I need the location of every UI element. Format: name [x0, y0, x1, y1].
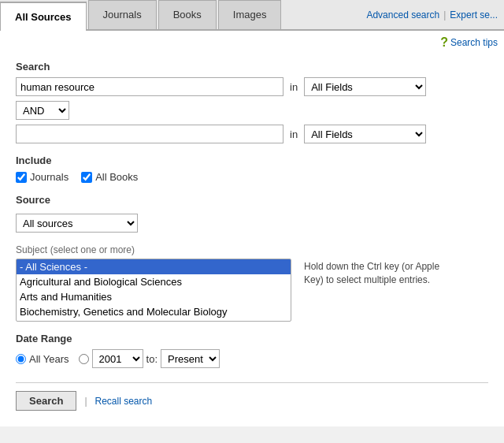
tips-row: ? Search tips: [0, 31, 504, 51]
and-row: AND OR NOT: [16, 101, 488, 120]
search-section-title: Search: [16, 61, 488, 73]
subject-listbox[interactable]: - All Sciences - Agricultural and Biolog…: [16, 259, 291, 322]
recall-search-link[interactable]: Recall search: [95, 396, 153, 407]
date-section: Date Range All Years 1996199719981999 20…: [16, 333, 488, 368]
journals-label: Journals: [30, 171, 69, 183]
main-content: Search in All Fields Title Author Abstra…: [0, 51, 504, 426]
include-books-item[interactable]: All Books: [81, 171, 138, 183]
include-row: Journals All Books: [16, 171, 488, 183]
search-input[interactable]: [16, 77, 284, 96]
expert-search-link[interactable]: Expert se...: [450, 9, 498, 20]
include-section: Include Journals All Books: [16, 154, 488, 183]
include-title: Include: [16, 154, 488, 166]
books-label: All Books: [95, 171, 138, 183]
in-label-2: in: [290, 128, 298, 140]
subject-title: Subject (select one or more): [16, 244, 488, 255]
year-select[interactable]: 1996199719981999 200020012002 2003200420…: [92, 349, 143, 368]
include-journals-item[interactable]: Journals: [16, 171, 69, 183]
year-range-radio[interactable]: [79, 354, 89, 364]
books-checkbox[interactable]: [81, 172, 92, 183]
search-button[interactable]: Search: [16, 391, 76, 411]
header-tabs: All Sources Journals Books Images Advanc…: [0, 0, 504, 31]
search-button-row: Search | Recall search: [16, 382, 488, 411]
date-row: All Years 1996199719981999 200020012002 …: [16, 349, 488, 368]
all-years-label: All Years: [29, 353, 69, 365]
date-title: Date Range: [16, 333, 488, 344]
subject-row: - All Sciences - Agricultural and Biolog…: [16, 259, 488, 322]
advanced-search-link[interactable]: Advanced search: [366, 9, 439, 20]
source-select[interactable]: All sources Specific source: [16, 214, 138, 233]
tab-books[interactable]: Books: [158, 0, 217, 29]
year-range-item[interactable]: 1996199719981999 200020012002 2003200420…: [79, 349, 220, 368]
all-years-radio[interactable]: [16, 354, 26, 364]
search-tips-link[interactable]: Search tips: [450, 37, 498, 48]
to-label: to:: [146, 353, 158, 365]
subject-hint: Hold down the Ctrl key (or Apple Key) to…: [304, 259, 461, 287]
tips-icon: ?: [440, 35, 448, 50]
header-right: Advanced search | Expert se...: [366, 0, 504, 29]
first-search-row: in All Fields Title Author Abstract Keyw…: [16, 77, 488, 96]
and-select[interactable]: AND OR NOT: [16, 101, 69, 120]
field-select-first[interactable]: All Fields Title Author Abstract Keyword…: [304, 77, 426, 96]
tab-journals[interactable]: Journals: [88, 0, 157, 29]
source-title: Source: [16, 194, 488, 206]
all-years-item[interactable]: All Years: [16, 353, 69, 365]
present-select[interactable]: Present 2023202220212020: [161, 349, 220, 368]
subject-subtitle: (select one or more): [50, 244, 135, 255]
second-search-row: in All Fields Title Author Abstract Keyw…: [16, 125, 488, 143]
tab-all-sources[interactable]: All Sources: [0, 2, 87, 31]
subject-section: Subject (select one or more) - All Scien…: [16, 244, 488, 322]
journals-checkbox[interactable]: [16, 172, 27, 183]
second-search-input[interactable]: [16, 125, 284, 143]
source-section: Source All sources Specific source: [16, 194, 488, 233]
tab-images[interactable]: Images: [218, 0, 282, 29]
header-sep: |: [443, 9, 446, 20]
field-select-second[interactable]: All Fields Title Author Abstract Keyword…: [304, 125, 426, 143]
in-label: in: [290, 81, 298, 93]
footer-sep: |: [84, 396, 87, 407]
